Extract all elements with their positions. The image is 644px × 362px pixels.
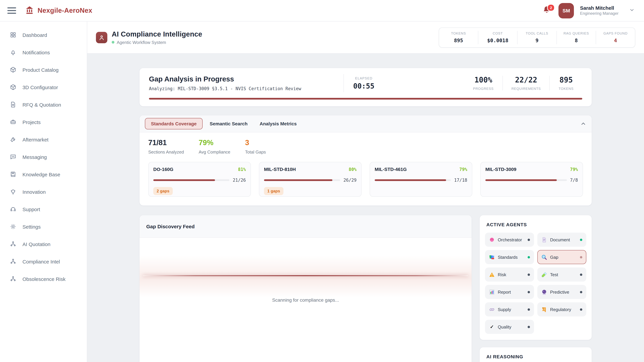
sidebar-item-ai-quotation[interactable]: AI Quotation (0, 235, 87, 253)
standard-card[interactable]: DO-160G 81% 21/26 2 gaps (148, 162, 251, 197)
sidebar-item-dashboard[interactable]: Dashboard (0, 26, 87, 43)
stat-label: TOOL CALLS (526, 31, 548, 35)
active-agents-title: ACTIVE AGENTS (486, 222, 586, 227)
agent-test[interactable]: Test (537, 268, 586, 282)
ai-reasoning-card: AI REASONING OBSERVATION 26 tok (479, 347, 592, 362)
main-area: AI Compliance Intelligence Agentic Workf… (87, 21, 644, 362)
workflow-icon (10, 240, 17, 248)
sidebar-item-projects[interactable]: Projects (0, 113, 87, 131)
agent-orchestrator[interactable]: Orchestrator (485, 233, 534, 247)
magnifier-icon (541, 254, 547, 260)
stat-value: 9 (536, 37, 538, 43)
sidebar-item-label: Aftermarket (22, 137, 48, 142)
sidebar-item-label: Messaging (22, 154, 47, 160)
standard-progress-fill (375, 179, 446, 181)
tab-semantic-search[interactable]: Semantic Search (204, 118, 252, 129)
divider (344, 74, 344, 92)
agent-supply[interactable]: Supply (485, 302, 534, 317)
check-icon: ✓ (489, 324, 495, 330)
page-title: AI Compliance Intelligence (112, 30, 202, 38)
standard-section-count: 26/29 (344, 178, 356, 183)
test-tube-icon (541, 272, 547, 277)
avatar[interactable]: SM (559, 3, 574, 18)
analysis-subtitle: Analyzing: MIL-STD-3009 §3.5.1 - NVIS Ce… (149, 86, 337, 91)
hamburger-menu-icon[interactable] (8, 7, 16, 14)
analysis-info: Gap Analysis in Progress Analyzing: MIL-… (149, 75, 337, 91)
feed-title: Gap Discovery Feed (146, 223, 194, 229)
sidebar-item-label: Dashboard (22, 32, 47, 38)
bulb-icon (10, 188, 17, 195)
metric-value: 22/22 (515, 76, 537, 84)
standard-section-count: 7/8 (570, 178, 578, 183)
standard-card[interactable]: MIL-STD-461G 79% 17/18 (370, 162, 472, 197)
feed-header: Gap Discovery Feed (140, 215, 472, 238)
agent-quality[interactable]: ✓ Quality (485, 320, 534, 334)
standard-card[interactable]: MIL-STD-3009 79% 7/8 (480, 162, 583, 197)
sidebar-item-notifications[interactable]: Notifications (0, 43, 87, 61)
standard-section-count: 21/26 (233, 178, 246, 183)
summary-gaps: 3 Total Gaps (245, 138, 266, 155)
summary-value: 79% (198, 138, 230, 147)
agent-name: Predictive (550, 290, 569, 295)
agent-document[interactable]: Document (537, 233, 586, 247)
sidebar-item-3d-configurator[interactable]: 3D Configurator (0, 78, 87, 96)
book-icon (10, 171, 17, 178)
chevron-down-icon[interactable] (629, 7, 634, 14)
standard-compliance-pct: 79% (570, 167, 578, 172)
sidebar-item-settings[interactable]: Settings (0, 218, 87, 235)
sidebar-item-innovation[interactable]: Innovation (0, 183, 87, 200)
sidebar-item-knowledge-base[interactable]: Knowledge Base (0, 166, 87, 183)
agent-status-dot (528, 239, 530, 241)
sidebar-item-support[interactable]: Support (0, 200, 87, 218)
standard-card[interactable]: MIL-STD-810H 80% 26/29 1 gaps (259, 162, 362, 197)
standard-progress-track (153, 179, 230, 181)
summary-value: 71/81 (148, 138, 184, 147)
standard-progress-fill (264, 179, 332, 181)
status-dot (112, 41, 114, 43)
sidebar-item-aftermarket[interactable]: Aftermarket (0, 131, 87, 148)
summary-label: Avg Compliance (198, 149, 230, 155)
sidebar-item-product-catalog[interactable]: Product Catalog (0, 61, 87, 78)
standard-progress-track (264, 179, 340, 181)
top-bar: Nexgile-AeroNex 2 SM Sarah Mitchell Engi… (0, 0, 644, 21)
tab-analysis-metrics[interactable]: Analysis Metrics (254, 118, 302, 129)
tab-standards-coverage[interactable]: Standards Coverage (145, 118, 202, 129)
scan-line (143, 275, 468, 276)
chevron-up-icon[interactable] (580, 121, 586, 127)
agent-name: Risk (498, 272, 506, 277)
notification-count-badge: 2 (547, 4, 555, 11)
agent-predictive[interactable]: Predictive (537, 285, 586, 299)
agent-name: Supply (498, 307, 511, 312)
agent-name: Orchestrator (498, 237, 522, 242)
active-agents-card: ACTIVE AGENTS Orchestrator Document (479, 215, 592, 340)
books-icon (489, 254, 495, 260)
metric-label: REQUIREMENTS (511, 87, 541, 90)
stat-rag-queries: RAG QUERIES 8 (556, 31, 596, 44)
agent-standards[interactable]: Standards (485, 250, 534, 264)
agent-risk[interactable]: Risk (485, 268, 534, 282)
standard-compliance-pct: 81% (238, 167, 246, 172)
sidebar-item-label: AI Quotation (22, 241, 50, 247)
sidebar-item-compliance-intel[interactable]: Compliance Intel (0, 253, 87, 270)
sidebar-item-obsolescence-risk[interactable]: Obsolescence Risk (0, 270, 87, 288)
standard-name: MIL-STD-461G (375, 167, 407, 172)
standards-grid: DO-160G 81% 21/26 2 gaps (148, 162, 583, 197)
agent-status-dot (580, 256, 582, 258)
agent-regulatory[interactable]: Regulatory (537, 302, 586, 317)
dashboard-icon (10, 31, 17, 38)
sidebar-item-messaging[interactable]: Messaging (0, 148, 87, 166)
agent-report[interactable]: Report (485, 285, 534, 299)
agent-gap[interactable]: Gap (537, 250, 586, 264)
standard-name: DO-160G (153, 167, 174, 172)
lower-row: Gap Discovery Feed Scanning for complian… (139, 215, 592, 362)
agent-status-dot (580, 239, 582, 241)
sidebar-item-label: Knowledge Base (22, 171, 60, 177)
brand-logo[interactable]: Nexgile-AeroNex (25, 5, 92, 16)
ai-reasoning-title: AI REASONING (486, 354, 586, 359)
sidebar-item-rfq-quotation[interactable]: RFQ & Quotation (0, 96, 87, 113)
status-text: Agentic Workflow System (117, 40, 166, 45)
sidebar-item-label: Innovation (22, 189, 46, 195)
sidebar-item-label: Support (22, 206, 40, 212)
agent-status-dot (528, 291, 530, 293)
notifications-bell-button[interactable]: 2 (542, 5, 552, 16)
